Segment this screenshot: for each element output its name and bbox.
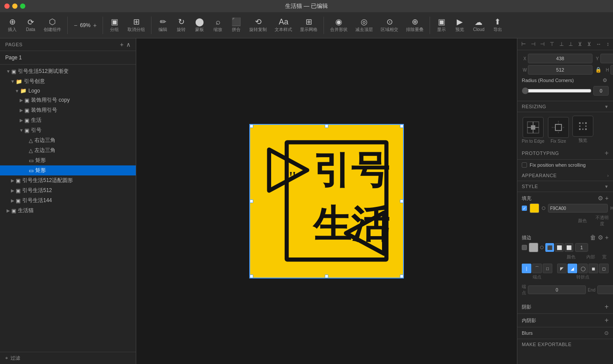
align-bottom-btn[interactable]: ⊥ (567, 40, 574, 48)
handle-tm[interactable] (325, 124, 328, 128)
fill-color-swatch[interactable] (530, 203, 539, 213)
handle-ml[interactable] (250, 199, 253, 203)
stroke-corner-active-btn[interactable]: ◢ (568, 264, 577, 273)
merge-shape-btn[interactable]: ◉ 合并形状 (327, 16, 351, 34)
collapse-pages-btn[interactable]: ∧ (126, 41, 131, 48)
handle-bm[interactable] (325, 275, 328, 278)
appearance-header[interactable]: APPEARANCE › (517, 170, 613, 181)
preview-resize-btn[interactable] (572, 116, 593, 137)
tile-btn[interactable]: ⬛ 拼合 (227, 16, 245, 34)
layer-4[interactable]: ▶ ▣ 装饰用引号 (0, 105, 136, 115)
zoom-plus[interactable]: + (92, 22, 97, 29)
radius-slider[interactable] (522, 87, 592, 94)
layer-12[interactable]: ▶ ▣ 引号生活512 (0, 185, 136, 196)
layer-13[interactable]: ▶ ▣ 引号生活144 (0, 196, 136, 206)
start-input[interactable] (528, 285, 586, 294)
x-input[interactable] (528, 54, 592, 63)
stroke-corner-miter-btn[interactable]: ◤ (557, 264, 567, 273)
ungroup-btn[interactable]: ⊞ 取消分组 (124, 16, 148, 34)
handle-tl[interactable] (250, 124, 253, 128)
layer-7[interactable]: △ 右边三角 (0, 135, 136, 145)
flip-h-btn[interactable]: ↔ (595, 40, 603, 48)
layer-root[interactable]: ▼ ▣ 引号生活512测试渐变 (0, 66, 136, 76)
layer-14[interactable]: ▶ ▣ 生活猫 (0, 206, 136, 216)
layer-3[interactable]: ▶ ▣ 装饰用引号 copy (0, 95, 136, 105)
dist-h-btn[interactable]: ⊻ (577, 40, 583, 48)
data-btn[interactable]: ⟳ Data (22, 17, 39, 34)
handle-br[interactable] (400, 275, 403, 278)
stroke-corner-5-btn[interactable]: ◻ (599, 264, 609, 273)
prototyping-header[interactable]: PROTOTYPING + (517, 147, 613, 160)
y-input[interactable] (600, 54, 613, 63)
window-controls[interactable] (4, 3, 25, 9)
handle-mr[interactable] (400, 199, 403, 203)
radius-value-input[interactable] (593, 86, 609, 96)
stroke-corner-round-btn[interactable]: ◯ (578, 264, 588, 273)
rotate-copy-btn[interactable]: ⟲ 旋转复制 (246, 16, 270, 34)
rotate-btn[interactable]: ↻ 旋转 (172, 16, 190, 34)
stroke-corner-bevel-btn[interactable]: ◼ (589, 264, 598, 273)
fix-position-checkbox[interactable] (522, 162, 527, 168)
radius-settings-btn[interactable]: ⚙ (601, 76, 609, 84)
edit-btn[interactable]: ✏ 编辑 (154, 16, 172, 34)
end-input[interactable] (597, 285, 613, 294)
intersect-btn[interactable]: ⊙ 区域相交 (377, 16, 402, 34)
page-item-1[interactable]: Page 1 (0, 53, 136, 62)
style-header[interactable]: STYLE ▼ (517, 181, 613, 192)
handle-bl[interactable] (250, 275, 253, 278)
text-style-btn[interactable]: Aa 文本样式 (271, 16, 296, 34)
flip-v-btn[interactable]: ↕ (605, 40, 610, 48)
mask-btn[interactable]: ⬤ 蒙板 (191, 16, 208, 34)
fill-checkbox[interactable]: ✓ (522, 206, 527, 211)
fullscreen-btn[interactable] (20, 3, 25, 9)
display-btn[interactable]: ▣ 显示 (433, 16, 450, 34)
stroke-start-active-btn[interactable]: | (522, 264, 531, 273)
minimize-btn[interactable] (12, 3, 17, 9)
align-top-btn[interactable]: ⊤ (548, 40, 555, 48)
layer-11[interactable]: ▶ ▣ 引号生活512适配圆形 (0, 175, 136, 185)
create-component-btn[interactable]: ⬡ 创建组件 (40, 16, 65, 34)
stroke-start-round-btn[interactable]: ⌒ (532, 264, 542, 273)
zoom-tool-btn[interactable]: ⌕ 缩放 (209, 16, 227, 34)
align-left-btn[interactable]: ⊢ (520, 40, 527, 48)
align-center-v-btn[interactable]: ⊥ (558, 40, 565, 48)
border-settings-btn[interactable]: ⚙ (598, 234, 603, 241)
border-delete-btn[interactable]: 🗑 (590, 234, 596, 241)
layer-8[interactable]: △ 左边三角 (0, 145, 136, 155)
blurs-toggle[interactable]: ⊙ (604, 330, 609, 336)
show-grid-btn[interactable]: ⊞ 显示网格 (296, 16, 321, 34)
layer-2[interactable]: ▼ 📁 Logo (0, 86, 136, 95)
lock-icon[interactable]: 🔒 (595, 67, 602, 73)
insert-btn[interactable]: ⊕ 插入 (3, 16, 21, 34)
inner-shadow-add-btn[interactable]: + (605, 316, 609, 324)
layer-9[interactable]: ▭ 矩形 (0, 155, 136, 165)
fix-size-btn[interactable] (548, 117, 569, 138)
group-btn[interactable]: ▣ 分组 (106, 16, 123, 34)
color-mode-dot[interactable] (542, 206, 545, 210)
align-center-h-btn[interactable]: ⊣ (530, 40, 537, 48)
zoom-control[interactable]: − 69% + (70, 21, 100, 30)
zoom-minus[interactable]: − (73, 22, 78, 29)
prototyping-plus[interactable]: + (605, 150, 609, 157)
layer-10[interactable]: ▭ 矩形 (0, 165, 136, 175)
border-checkbox[interactable] (522, 245, 527, 250)
stroke-start-square-btn[interactable]: □ (543, 264, 552, 273)
pin-to-edge-btn[interactable] (523, 117, 544, 138)
border-inner-btn[interactable]: ⬛ (545, 243, 554, 252)
layer-5[interactable]: ▶ ▣ 生活 (0, 115, 136, 125)
add-page-btn[interactable]: + (120, 41, 124, 48)
border-color-swatch[interactable] (529, 243, 538, 252)
dist-v-btn[interactable]: ⊻ (586, 40, 592, 48)
close-btn[interactable] (4, 3, 10, 9)
hex-input[interactable] (548, 204, 608, 213)
align-right-btn[interactable]: ⊣ (539, 40, 546, 48)
cloud-btn[interactable]: ☁ Cloud (469, 17, 488, 34)
border-outer-btn[interactable]: ⬜ (565, 243, 573, 252)
w-input[interactable] (528, 65, 592, 75)
subtract-btn[interactable]: ◎ 减去顶层 (352, 16, 376, 34)
shadow-add-btn[interactable]: + (605, 303, 609, 311)
fill-settings-btn[interactable]: ⚙ (598, 195, 603, 202)
border-width-input[interactable] (575, 243, 588, 252)
h-input[interactable] (610, 65, 613, 75)
artwork[interactable]: 引号 生活 " " (250, 125, 403, 278)
